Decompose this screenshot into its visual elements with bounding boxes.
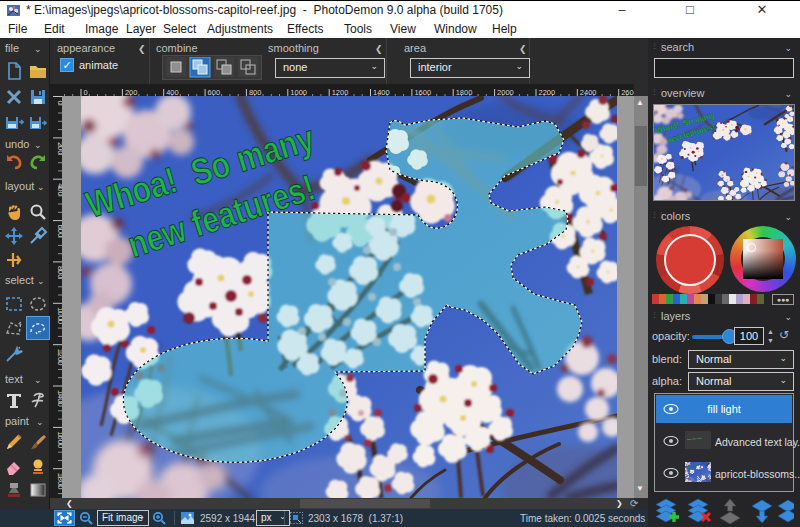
svg-text:~~~: ~~~	[686, 433, 703, 445]
